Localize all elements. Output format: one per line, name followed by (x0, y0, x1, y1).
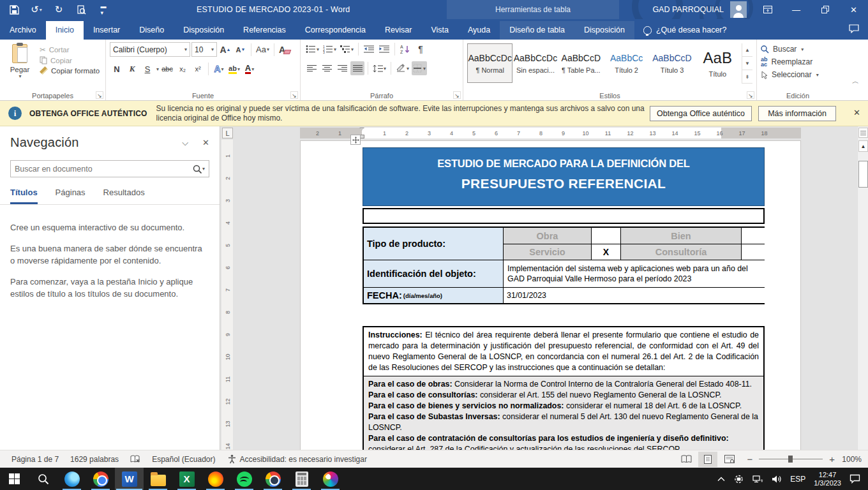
tab-disposicion[interactable]: Disposición (174, 21, 234, 40)
taskbar-calculator[interactable] (287, 468, 316, 490)
search-input[interactable] (15, 165, 193, 174)
more-info-button[interactable]: Más información (758, 106, 836, 121)
read-mode-icon[interactable] (677, 452, 696, 467)
user-name[interactable]: GAD PARROQUIAL (652, 5, 724, 14)
styles-scroll-down-icon[interactable]: ▼ (742, 57, 752, 70)
warning-close-icon[interactable]: ✕ (853, 108, 860, 117)
tab-archivo[interactable]: Archivo (0, 21, 46, 40)
table-move-handle[interactable] (350, 135, 361, 145)
replace-button[interactable]: abac Reemplazar (761, 57, 835, 67)
tab-revisar[interactable]: Revisar (375, 21, 421, 40)
customize-qat-icon[interactable]: ▬▾ (97, 3, 110, 16)
redo-icon[interactable]: ↻ (52, 3, 65, 16)
restore-button[interactable] (811, 0, 839, 19)
taskbar-word[interactable]: W (115, 468, 144, 490)
save-icon[interactable] (8, 3, 20, 16)
vertical-scrollbar[interactable]: ▲ (857, 126, 868, 450)
zoom-out-icon[interactable]: − (747, 454, 752, 464)
clipboard-dialog-launcher[interactable]: ↘ (96, 91, 103, 99)
align-center-button[interactable] (320, 61, 334, 75)
accessibility-status[interactable]: Accesibilidad: es necesario investigar (227, 454, 367, 464)
taskbar-chrome[interactable] (86, 468, 115, 490)
tray-network-icon[interactable] (752, 475, 763, 484)
tray-language-indicator[interactable]: ESP (790, 475, 805, 484)
instructions-intro[interactable]: Instrucciones: El técnico del área requi… (364, 327, 763, 376)
align-left-button[interactable] (304, 61, 318, 75)
zoom-level[interactable]: 100% (837, 455, 862, 464)
tab-referencias[interactable]: Referencias (234, 21, 296, 40)
shading-button[interactable]: ▾ (394, 61, 410, 75)
cut-button[interactable]: ✂Cortar (40, 45, 100, 54)
tab-correspondencia[interactable]: Correspondencia (296, 21, 375, 40)
tab-diseno[interactable]: Diseño (130, 21, 174, 40)
print-layout-icon[interactable] (698, 452, 717, 467)
bullet-list-button[interactable]: ▾ (304, 42, 320, 56)
nav-tab-titulos[interactable]: Títulos (10, 188, 38, 204)
identificacion-value[interactable]: Implementación del sistema web y aplicac… (504, 260, 768, 287)
nav-pane-options-icon[interactable]: ⌵ (182, 138, 188, 148)
style-sin-espaciado[interactable]: AaBbCcDc Sin espaci... (513, 43, 558, 83)
text-effects-button[interactable]: A▾ (212, 62, 226, 76)
tab-ayuda[interactable]: Ayuda (458, 21, 500, 40)
comments-icon[interactable] (849, 24, 859, 36)
taskbar-file-explorer[interactable] (144, 468, 172, 490)
borders-button[interactable]: ▾ (412, 61, 427, 75)
multilevel-list-button[interactable]: ▾ (339, 42, 355, 56)
close-button[interactable]: ✕ (839, 0, 868, 19)
bien-checkbox-cell[interactable] (742, 228, 768, 244)
nav-tab-resultados[interactable]: Resultados (103, 188, 145, 204)
superscript-button[interactable]: x² (191, 62, 205, 76)
highlight-button[interactable]: ab▾ (227, 62, 241, 76)
select-button[interactable]: Seleccionar▾ (761, 70, 835, 79)
document-page[interactable]: ESTUDIO DE MERCADO PARA LA DEFINICIÓN DE… (300, 140, 801, 450)
underline-button[interactable]: S (140, 62, 154, 76)
minimize-button[interactable]: — (782, 0, 811, 19)
align-right-button[interactable] (335, 61, 349, 75)
action-center-icon[interactable] (849, 474, 860, 484)
start-button[interactable] (0, 468, 29, 490)
page-number-indicator[interactable]: Página 1 de 7 (11, 455, 59, 464)
justify-button[interactable] (350, 61, 364, 75)
ruler-toggle-icon[interactable] (858, 128, 868, 138)
style-titulo-2[interactable]: AaBbCc Título 2 (604, 43, 649, 83)
tray-clock[interactable]: 12:47 1/3/2023 (814, 471, 841, 487)
zoom-slider[interactable] (759, 459, 823, 459)
ribbon-display-options-icon[interactable] (753, 0, 782, 19)
line-spacing-button[interactable]: ▾ (371, 61, 387, 75)
copy-button[interactable]: Copiar (40, 56, 100, 64)
nav-tab-paginas[interactable]: Páginas (56, 188, 86, 204)
taskbar-excel[interactable]: X (172, 468, 201, 490)
obra-checkbox-cell[interactable] (592, 228, 620, 244)
tray-meet-now-icon[interactable] (733, 475, 744, 484)
tray-volume-icon[interactable] (772, 475, 782, 484)
tab-diseno-de-tabla[interactable]: Diseño de tabla (500, 21, 574, 40)
tab-disposicion-tabla[interactable]: Disposición (574, 21, 634, 40)
zoom-slider-thumb[interactable] (788, 456, 793, 463)
tab-stop-selector[interactable]: L (222, 128, 233, 138)
sort-button[interactable]: AZ (398, 42, 412, 56)
font-size-combo[interactable]: 10▾ (191, 42, 217, 57)
italic-button[interactable]: K (125, 62, 139, 76)
font-name-combo[interactable]: Calibri (Cuerpo)▾ (110, 42, 190, 57)
search-options-icon[interactable]: ▾ (202, 166, 205, 172)
taskbar-spotify[interactable] (230, 468, 258, 490)
style-titulo[interactable]: AaB Título (695, 43, 740, 83)
tell-me-box[interactable]: ¿Qué desea hacer? (634, 21, 736, 40)
change-case-button[interactable]: Aa▾ (255, 43, 271, 57)
instructions-cases[interactable]: Para el caso de obras: Considerar la Nor… (364, 376, 763, 450)
font-color-button[interactable]: A▾ (243, 62, 257, 76)
word-count-indicator[interactable]: 1629 palabras (70, 455, 119, 464)
taskbar-search-button[interactable] (29, 468, 57, 490)
tab-insertar[interactable]: Insertar (84, 21, 130, 40)
taskbar-edge[interactable] (57, 468, 86, 490)
taskbar-firefox[interactable] (201, 468, 230, 490)
search-icon[interactable] (193, 165, 202, 174)
shrink-font-button[interactable]: A▼ (234, 43, 248, 57)
collapse-ribbon-icon[interactable]: ︿ (852, 77, 859, 86)
undo-icon[interactable]: ↺▾ (30, 3, 43, 16)
styles-scroll-up-icon[interactable]: ▲ (742, 43, 752, 57)
tray-show-hidden-icon[interactable] (717, 477, 725, 482)
tab-vista[interactable]: Vista (421, 21, 458, 40)
grow-font-button[interactable]: A▲ (218, 43, 232, 57)
nav-search-box[interactable]: ▾ (10, 160, 209, 177)
